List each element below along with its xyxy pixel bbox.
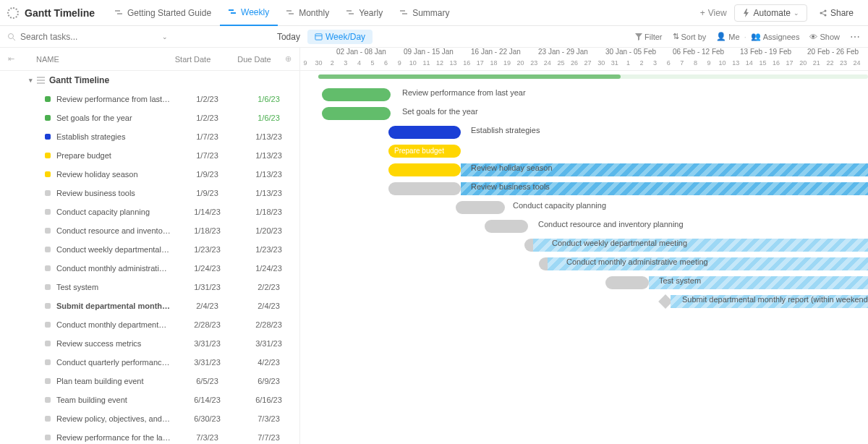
filter-button[interactable]: Filter <box>635 33 662 41</box>
task-row[interactable]: Review business tools1/9/231/13/23 <box>0 184 299 202</box>
tab-summary[interactable]: Summary <box>391 0 458 26</box>
gantt-view-icon <box>229 8 237 17</box>
gantt-row[interactable]: Review performance from last year <box>300 85 868 104</box>
gantt-bar[interactable] <box>485 220 528 233</box>
gantt-row[interactable] <box>300 405 868 424</box>
gantt-row[interactable] <box>300 330 868 349</box>
gantt-area[interactable]: Review performance from last yearSet goa… <box>300 71 868 444</box>
gantt-row[interactable] <box>300 349 868 367</box>
gantt-row[interactable]: Conduct weekly departmental meeting <box>300 236 868 255</box>
gantt-bar[interactable] <box>388 182 461 195</box>
column-header-name[interactable]: NAME <box>22 55 162 64</box>
column-header-due[interactable]: Due Date <box>224 55 285 64</box>
share-button[interactable]: Share <box>812 5 861 21</box>
gantt-bar[interactable]: Prepare budget <box>388 145 461 158</box>
task-due-date: 7/3/23 <box>238 414 299 423</box>
day-header: 2 <box>864 59 868 71</box>
week-header: 06 Feb - 12 Feb <box>673 48 724 59</box>
task-name: Review business tools <box>56 189 176 197</box>
task-name: Conduct resource and inventory pl… <box>56 226 176 235</box>
gantt-bar[interactable] <box>388 126 461 139</box>
gantt-row[interactable]: Submit departmental monthly report (with… <box>300 292 868 311</box>
collapse-sidebar-icon[interactable]: ⇤ <box>0 54 22 64</box>
task-start-date: 1/14/23 <box>176 208 238 216</box>
svg-rect-2 <box>229 9 234 11</box>
tab-getting-started-guide[interactable]: Getting Started Guide <box>106 0 220 26</box>
gantt-row[interactable]: Review holiday season <box>300 161 868 179</box>
today-button[interactable]: Today <box>270 32 307 42</box>
gantt-row[interactable]: Set goals for the year <box>300 104 868 123</box>
task-name: Establish strategies <box>56 132 176 141</box>
gantt-bar[interactable] <box>322 107 391 120</box>
gantt-row[interactable]: Conduct capacity planning <box>300 198 868 217</box>
gantt-row[interactable] <box>300 424 868 443</box>
gantt-row[interactable] <box>300 367 868 386</box>
column-header-start[interactable]: Start Date <box>162 55 224 64</box>
task-row[interactable]: Review performance from last year1/2/231… <box>0 90 299 108</box>
task-row[interactable]: Conduct quarterly performance m…3/31/234… <box>0 353 299 372</box>
task-row[interactable]: Test system1/31/232/2/23 <box>0 278 299 296</box>
gantt-bar[interactable] <box>605 276 649 289</box>
status-bullet <box>45 247 51 252</box>
gantt-row[interactable]: Conduct monthly administrative meeting <box>300 255 868 273</box>
me-filter[interactable]: 👤Me·👥Assignees <box>716 32 799 41</box>
task-start-date: 1/23/23 <box>176 245 238 254</box>
search-input[interactable] <box>20 32 100 42</box>
gantt-row[interactable]: Test system <box>300 273 868 292</box>
day-header: 5 <box>366 59 379 71</box>
tab-weekly[interactable]: Weekly <box>220 0 278 26</box>
gantt-bar[interactable] <box>456 201 505 214</box>
day-header: 27 <box>582 59 595 71</box>
task-due-date: 2/2/23 <box>238 283 299 291</box>
tab-yearly[interactable]: Yearly <box>338 0 391 26</box>
task-row[interactable]: Review performance for the last 6 …7/3/2… <box>0 428 299 444</box>
gantt-row[interactable]: Establish strategies <box>300 123 868 142</box>
task-row[interactable]: Conduct monthly administrative m…1/24/23… <box>0 259 299 278</box>
day-header: 13 <box>447 59 460 71</box>
task-row[interactable]: Conduct weekly departmental me…1/23/231/… <box>0 240 299 259</box>
svg-rect-8 <box>400 10 405 12</box>
day-header: 3 <box>339 59 352 71</box>
svg-rect-1 <box>117 13 122 14</box>
gantt-row[interactable]: Prepare budget <box>300 142 868 161</box>
gantt-row[interactable] <box>300 311 868 330</box>
app-logo-icon <box>7 7 19 19</box>
task-row[interactable]: Review policy, objectives, and busi…6/30… <box>0 409 299 428</box>
task-row[interactable]: Team building event6/14/236/16/23 <box>0 390 299 409</box>
task-row[interactable]: Review success metrics3/31/233/31/23 <box>0 334 299 353</box>
weekday-toggle[interactable]: Week/Day <box>307 30 373 44</box>
task-row[interactable]: Review holiday season1/9/231/13/23 <box>0 165 299 184</box>
gantt-row[interactable]: Review business tools <box>300 179 868 198</box>
task-row[interactable]: Plan team building event6/5/236/9/23 <box>0 372 299 390</box>
funnel-icon <box>635 33 642 40</box>
add-view-button[interactable]: +View <box>693 8 734 18</box>
show-button[interactable]: 👁Show <box>809 33 840 41</box>
gantt-bar[interactable] <box>322 88 391 101</box>
gantt-row[interactable] <box>300 386 868 405</box>
task-due-date: 1/20/23 <box>238 226 299 235</box>
task-row[interactable]: Establish strategies1/7/231/13/23 <box>0 127 299 146</box>
gantt-bar-label: Submit departmental monthly report (with… <box>682 295 868 304</box>
day-header: 16 <box>460 59 473 71</box>
more-icon[interactable]: ⋯ <box>850 31 861 43</box>
day-header: 8 <box>689 59 702 71</box>
svg-rect-6 <box>346 10 352 12</box>
group-row[interactable]: ▾Gantt Timeline <box>0 71 299 90</box>
task-row[interactable]: Submit departmental monthly re…2/4/232/4… <box>0 296 299 315</box>
week-header: 30 Jan - 05 Feb <box>605 48 656 59</box>
status-bullet <box>45 284 51 290</box>
task-row[interactable]: Conduct resource and inventory pl…1/18/2… <box>0 221 299 240</box>
sortby-button[interactable]: ⇅Sort by <box>673 32 707 41</box>
task-row[interactable]: Conduct capacity planning1/14/231/18/23 <box>0 202 299 221</box>
automate-button[interactable]: Automate ⌄ <box>734 4 807 22</box>
tab-monthly[interactable]: Monthly <box>278 0 338 26</box>
task-row[interactable]: Prepare budget1/7/231/13/23 <box>0 146 299 165</box>
add-column-button[interactable]: ⊕ <box>285 54 299 64</box>
status-bullet <box>45 416 51 422</box>
task-row[interactable]: Conduct monthly departmental m…2/28/232/… <box>0 315 299 334</box>
task-row[interactable]: Set goals for the year1/2/231/6/23 <box>0 108 299 127</box>
gantt-bar[interactable] <box>388 163 461 176</box>
gantt-bar-label: Review holiday season <box>471 163 553 172</box>
timeline-header[interactable]: 02 Jan - 08 Jan09 Jan - 15 Jan16 Jan - 2… <box>300 48 868 71</box>
gantt-row[interactable]: Conduct resource and inventory planning <box>300 217 868 236</box>
